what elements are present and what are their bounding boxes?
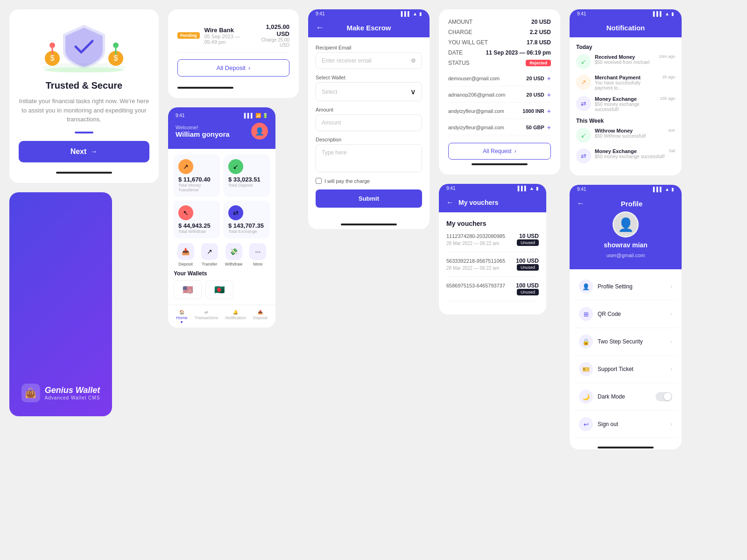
- swipe-bar-deposit: [177, 87, 233, 89]
- req-item-1: demouser@gmail.com 20 USD +: [448, 75, 551, 86]
- stat-withdraw: ↖ $ 44,943.25 Total Withdraw: [174, 201, 220, 238]
- summary-date-row: DATE 11 Sep 2023 — 06:19 pm: [448, 49, 551, 56]
- amount-label: Amount: [316, 107, 422, 112]
- wallets-section: Your Wallets 🇺🇸 🇧🇩: [174, 270, 270, 299]
- svg-point-7: [113, 42, 119, 48]
- menu-two-step-security[interactable]: 🔒 Two Step Security ›: [573, 328, 678, 356]
- notif-desc-3: $50 money exchange successfull!: [595, 102, 656, 112]
- wallet-select[interactable]: Select ∨: [316, 82, 422, 101]
- profile-swipe-bar: [598, 447, 654, 448]
- escrow-back-button[interactable]: ←: [316, 23, 324, 33]
- submit-button[interactable]: Submit: [316, 189, 422, 208]
- profile-setting-icon: 👤: [579, 280, 593, 294]
- more-qa-label: More: [253, 262, 263, 266]
- notif-battery: ▮: [671, 11, 674, 16]
- voucher-item-2: 5633392218-9567511065 100 USD 28 Mar 202…: [446, 258, 539, 277]
- wallet-icon: 👜: [21, 384, 40, 402]
- wallet-usd[interactable]: 🇺🇸: [174, 280, 202, 299]
- brand-logo: 👜 Genius Wallet Advanced Wallet CMS: [21, 384, 100, 402]
- voucher-amount-1: 10 USD: [519, 233, 539, 239]
- support-icon: 🎫: [579, 362, 593, 376]
- charge-checkbox[interactable]: [316, 178, 322, 184]
- add-icon-2[interactable]: +: [547, 91, 551, 98]
- deposit-amount-info: 1,025.00 USD Charge 25.00 USD: [254, 23, 289, 48]
- all-deposit-button[interactable]: All Deposit ›: [177, 59, 289, 77]
- wallet-flags: 🇺🇸 🇧🇩: [174, 280, 270, 299]
- wallets-title: Your Wallets: [174, 270, 270, 277]
- amount-input[interactable]: Amount: [316, 114, 422, 131]
- dark-mode-toggle[interactable]: [655, 392, 672, 401]
- description-placeholder: Type here: [322, 149, 346, 156]
- voucher-meta-3: Unused: [446, 289, 539, 295]
- user-row: Welcome! William gonyora 👤: [176, 123, 268, 140]
- escrow-battery: ▮: [419, 11, 422, 16]
- add-icon-1[interactable]: +: [547, 75, 551, 82]
- active-dot: [181, 321, 183, 323]
- description-input[interactable]: Type here: [316, 144, 422, 172]
- notif-icon-4: ↙: [576, 128, 591, 143]
- profile-battery: ▮: [671, 187, 674, 192]
- deposit-action[interactable]: 📥 Deposit: [177, 243, 194, 266]
- add-icon-4[interactable]: +: [547, 124, 551, 131]
- voucher-back-button[interactable]: ←: [446, 198, 454, 207]
- notif-content-1: Received Money $50 received from michael: [595, 54, 655, 65]
- nav-notification[interactable]: 🔔 Notification: [226, 310, 247, 323]
- all-request-button[interactable]: All Request ›: [448, 143, 551, 160]
- transfer-action[interactable]: ↗ Transfer: [201, 243, 218, 266]
- exchange-icon: ⇄: [228, 205, 243, 220]
- profile-avatar: 👤: [613, 211, 639, 238]
- summary-charge-key: CHARGE: [448, 29, 472, 35]
- summary-amount-key: AMOUNT: [448, 19, 472, 25]
- menu-profile-setting[interactable]: 👤 Profile Setting ›: [573, 273, 678, 301]
- amount-field: Amount Amount: [316, 107, 422, 131]
- req-item-2: adrianop206@gmail.com 20 USD +: [448, 91, 551, 103]
- nav-home[interactable]: 🏠 Home: [176, 310, 187, 323]
- notif-content-4: Withrow Money $50 Withrow successfull!: [595, 128, 664, 139]
- notif-item-5: ⇄ Money Exchange $50 money exchange succ…: [576, 148, 675, 163]
- req-email-4: andyizyfleur@gmail.com: [448, 125, 504, 130]
- menu-qr-code[interactable]: ⊞ QR Code ›: [573, 301, 678, 328]
- voucher-body: My vouchers 1112374280-2032080985 10 USD…: [439, 212, 546, 315]
- menu-dark-mode[interactable]: 🌙 Dark Mode: [573, 383, 678, 411]
- qr-code-label: QR Code: [598, 311, 621, 317]
- wallet-bdt[interactable]: 🇧🇩: [205, 280, 233, 299]
- charge-checkbox-row: I will pay the charge: [316, 178, 422, 184]
- settings-icon: ⚙: [411, 57, 416, 64]
- all-request-chevron: ›: [514, 148, 516, 154]
- nav-deposit[interactable]: 📥 Deposit: [253, 310, 268, 323]
- voucher-meta-2: 28 Mar 2022 — 06:22 am Unused: [446, 264, 539, 271]
- add-icon-3[interactable]: +: [547, 107, 551, 115]
- recipient-email-input[interactable]: Enter receiver email ⚙: [316, 52, 422, 69]
- summary-date-val: 11 Sep 2023 — 06:19 pm: [486, 49, 551, 56]
- recipient-placeholder: Enter receiver email: [322, 57, 372, 64]
- deposit-card: Pending Wire Bank 05 Sep 2023 — 05:49 pm…: [168, 9, 299, 98]
- voucher-status-1: Unused: [517, 239, 539, 246]
- nav-transactions[interactable]: ⇄ Transactions: [194, 310, 218, 323]
- next-button[interactable]: Next →: [19, 141, 149, 162]
- status-badge: Rejected: [526, 60, 551, 66]
- summary-date-key: DATE: [448, 49, 463, 56]
- sign-out-label: Sign out: [598, 421, 618, 427]
- menu-item-left-5: 🌙 Dark Mode: [579, 390, 625, 404]
- escrow-status-icons: ▌▌▌ ▲ ▮: [401, 11, 422, 16]
- trusted-secure-card: $ $ Trusted & Secure Initiate your finan…: [9, 9, 159, 183]
- more-action[interactable]: ··· More: [249, 243, 266, 266]
- menu-sign-out[interactable]: ↩ Sign out ›: [573, 411, 678, 438]
- brand-name: Genius Wallet: [45, 385, 100, 395]
- profile-status-icons: ▌▌▌ ▲ ▮: [653, 187, 674, 192]
- support-label: Support Ticket: [598, 366, 634, 372]
- profile-back-button[interactable]: ←: [577, 199, 585, 208]
- stat-amount-1: $ 11,670.40: [178, 176, 215, 183]
- profile-status-bar: 9:41 ▌▌▌ ▲ ▮: [570, 185, 682, 194]
- brand-card: 👜 Genius Wallet Advanced Wallet CMS: [9, 192, 112, 416]
- voucher-wifi: ▲: [529, 186, 534, 191]
- escrow-status-bar: 9:41 ▌▌▌ ▲ ▮: [308, 9, 430, 18]
- notif-content-5: Money Exchange $50 money exchange succes…: [595, 148, 665, 159]
- withdraw-action[interactable]: 💸 Withdraw: [225, 243, 243, 266]
- more-qa-icon: ···: [249, 243, 266, 260]
- voucher-section-title: My vouchers: [446, 220, 539, 227]
- stat-amount-2: $ 33,023.51: [228, 176, 265, 183]
- description-field: Description Type here: [316, 137, 422, 172]
- menu-support-ticket[interactable]: 🎫 Support Ticket ›: [573, 356, 678, 383]
- transactions-icon: ⇄: [204, 310, 208, 315]
